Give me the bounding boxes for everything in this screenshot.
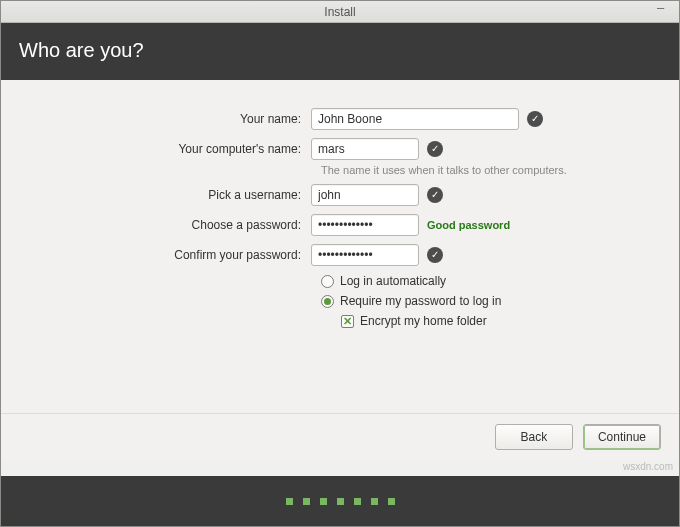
progress-bar <box>1 476 679 526</box>
confirm-label: Confirm your password: <box>21 248 311 262</box>
login-password-radio[interactable] <box>321 295 334 308</box>
password-strength: Good password <box>427 219 510 231</box>
window-title: Install <box>324 5 355 19</box>
progress-dot <box>388 498 395 505</box>
progress-dot <box>286 498 293 505</box>
login-auto-label: Log in automatically <box>340 274 446 288</box>
progress-dot <box>303 498 310 505</box>
progress-dot <box>337 498 344 505</box>
computer-input[interactable] <box>311 138 419 160</box>
back-button[interactable]: Back <box>495 424 573 450</box>
login-auto-radio[interactable] <box>321 275 334 288</box>
check-icon: ✓ <box>427 141 443 157</box>
continue-button[interactable]: Continue <box>583 424 661 450</box>
username-label: Pick a username: <box>21 188 311 202</box>
username-input[interactable] <box>311 184 419 206</box>
progress-dot <box>354 498 361 505</box>
computer-label: Your computer's name: <box>21 142 311 156</box>
computer-hint: The name it uses when it talks to other … <box>321 164 659 176</box>
page-header: Who are you? <box>1 23 679 80</box>
progress-dot <box>320 498 327 505</box>
name-input[interactable] <box>311 108 519 130</box>
check-icon: ✓ <box>527 111 543 127</box>
progress-dot <box>371 498 378 505</box>
footer: Back Continue <box>1 413 679 460</box>
titlebar: Install – <box>1 1 679 23</box>
name-label: Your name: <box>21 112 311 126</box>
minimize-icon[interactable]: – <box>657 3 671 17</box>
check-icon: ✓ <box>427 247 443 263</box>
login-password-label: Require my password to log in <box>340 294 501 308</box>
form-panel: Your name: ✓ Your computer's name: ✓ The… <box>1 80 679 450</box>
password-label: Choose a password: <box>21 218 311 232</box>
encrypt-checkbox[interactable]: ✕ <box>341 315 354 328</box>
watermark: wsxdn.com <box>623 461 673 472</box>
password-input[interactable] <box>311 214 419 236</box>
confirm-input[interactable] <box>311 244 419 266</box>
check-icon: ✓ <box>427 187 443 203</box>
page-title: Who are you? <box>19 39 144 61</box>
encrypt-label: Encrypt my home folder <box>360 314 487 328</box>
